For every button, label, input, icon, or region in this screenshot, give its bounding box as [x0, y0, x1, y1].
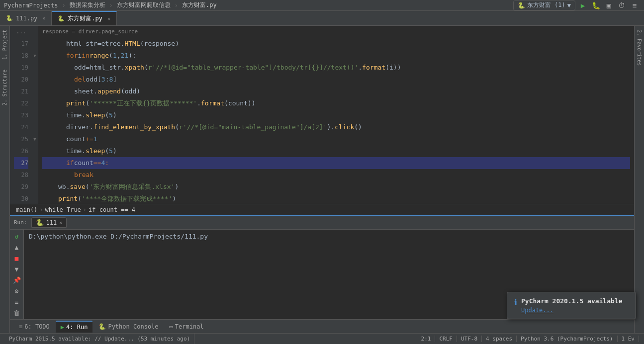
tab-111[interactable]: 🐍 111.py ✕	[0, 11, 52, 25]
status-encoding[interactable]: UTF-8	[457, 336, 482, 342]
code-line-30: print('****全部数据下载完成****')	[42, 193, 630, 204]
ln-29: 29	[14, 181, 28, 193]
title-bar-right: 🐍 东方财富 (1) ▼ ▶ 🐛 ▣ ⏱ ≡	[513, 0, 640, 11]
run-cmd: D:\python\python.exe D:/PycharmProjects/…	[29, 233, 208, 240]
line-numbers: ... 17 18 19 20 21 22 23 24 25 26 27 28 …	[10, 26, 32, 204]
ln-22: 22	[14, 97, 28, 109]
debug-button[interactable]: 🐛	[590, 0, 601, 11]
editor[interactable]: ... 17 18 19 20 21 22 23 24 25 26 27 28 …	[10, 26, 634, 204]
ln-24: 24	[14, 121, 28, 133]
code-line-19: odd = html_str.xpath(r'//*[@id="table_wr…	[42, 62, 630, 74]
breadcrumb-sep1: ›	[39, 206, 43, 213]
ln-25: 25	[14, 133, 28, 145]
tab-todo[interactable]: ≡ 6: TODO	[14, 321, 55, 333]
run-pin-btn[interactable]: 📌	[11, 275, 22, 284]
tab-111-close[interactable]: ✕	[42, 15, 45, 21]
sep3: ›	[175, 2, 178, 9]
sep1: ›	[62, 2, 65, 9]
ln-28: 28	[14, 169, 28, 181]
run-tab-111[interactable]: 🐍 111 ✕	[31, 217, 67, 228]
tab-run[interactable]: ▶ 4: Run	[56, 321, 93, 333]
ln-30: 30	[14, 193, 28, 204]
run-rerun-btn[interactable]: ↺	[11, 232, 22, 241]
toast-info-icon: ℹ	[514, 298, 517, 307]
run-config-icon: 🐍	[518, 2, 525, 9]
toast-notification: ℹ PyCharm 2020.1.5 available Update...	[507, 292, 636, 319]
ln-27: 27	[14, 157, 28, 169]
tab-main-label: 东方财富.py	[68, 14, 102, 23]
status-crlf[interactable]: CRLF	[435, 336, 457, 342]
toast-title: PyCharm 2020.1.5 available	[521, 297, 623, 305]
status-indent-text: 4 spaces	[486, 336, 512, 342]
run-tab-bar: Run: 🐍 111 ✕	[10, 216, 634, 230]
code-line-24: dirver.find_element_by_xpath(r'//*[@id="…	[42, 121, 630, 133]
tab-terminal[interactable]: ▭ Terminal	[165, 321, 209, 333]
tab-todo-icon: ≡	[19, 323, 22, 330]
toast-body: PyCharm 2020.1.5 available Update...	[521, 297, 623, 314]
status-right: 2:1 CRLF UTF-8 4 spaces Python 3.6 (Pych…	[417, 336, 639, 342]
profile-button[interactable]: ⏱	[616, 0, 627, 11]
ln-top: ...	[14, 26, 28, 38]
main-area: 1. Project 2. Structure ... 17 18 19 20 …	[0, 26, 644, 333]
status-position-text: 2:1	[421, 336, 431, 342]
project-panel-label[interactable]: 1. Project	[2, 30, 7, 60]
tab-111-label: 111.py	[16, 15, 37, 22]
tab-terminal-label: Terminal	[175, 323, 204, 330]
code-line-28: break	[42, 169, 630, 181]
status-python[interactable]: Python 3.6 (PycharmProjects)	[517, 336, 617, 342]
tab-python-console-icon: 🐍	[98, 323, 106, 330]
ln-17: 17	[14, 38, 28, 50]
run-button[interactable]: ▶	[577, 0, 588, 11]
status-event[interactable]: 1 Ev	[618, 336, 640, 342]
tab-main-icon: 🐍	[58, 15, 65, 22]
code-container: ... 17 18 19 20 21 22 23 24 25 26 27 28 …	[10, 26, 634, 333]
structure-panel-label[interactable]: 2. Structure	[2, 70, 7, 105]
run-scroll-up-btn[interactable]: ▲	[11, 243, 22, 252]
run-stop-btn[interactable]: ■	[11, 254, 22, 262]
run-scroll-down-btn[interactable]: ▼	[11, 264, 22, 273]
more-button[interactable]: ≡	[629, 0, 640, 11]
tab-main-close[interactable]: ✕	[107, 16, 110, 21]
tab-python-console-label: Python Console	[108, 323, 158, 330]
ln-19: 19	[14, 62, 28, 74]
tab-run-icon: ▶	[61, 324, 64, 331]
code-line-22: print('******正在下载{}页数据******'.format(cou…	[42, 97, 630, 109]
favorites-strip[interactable]: 2. Favorites	[634, 26, 644, 333]
title-bar: PycharmProjects › 数据采集分析 › 东方财富网爬取信息 › 东…	[0, 0, 644, 11]
code-line-17: html_str = etree.HTML(response)	[42, 38, 630, 50]
breadcrumb-main[interactable]: main()	[16, 206, 37, 213]
status-event-text: 1 Ev	[622, 336, 635, 342]
coverage-button[interactable]: ▣	[603, 0, 614, 11]
run-settings-btn[interactable]: ⚙	[11, 286, 22, 295]
breadcrumb-if[interactable]: if count == 4	[89, 206, 135, 213]
toast-update-link[interactable]: Update...	[521, 307, 623, 314]
tab-run-label: 4: Run	[66, 324, 88, 331]
sep2: ›	[109, 2, 113, 9]
status-msg-text: PyCharm 2015.5 available: // Update... (…	[9, 336, 190, 342]
run-tab-name: 111	[46, 219, 57, 226]
menu1-label[interactable]: 数据采集分析	[70, 1, 105, 9]
status-python-text: Python 3.6 (PycharmProjects)	[521, 336, 613, 342]
side-panel-strip[interactable]: 1. Project 2. Structure	[0, 26, 10, 333]
favorites-label[interactable]: 2. Favorites	[637, 30, 642, 66]
code-lines[interactable]: response = dirver.page_source html_str =…	[38, 26, 634, 204]
run-tab-close[interactable]: ✕	[59, 220, 62, 225]
tab-terminal-icon: ▭	[170, 323, 173, 330]
menu2-label[interactable]: 东方财富网爬取信息	[117, 1, 171, 9]
fold-18[interactable]: ▼	[32, 50, 37, 62]
breadcrumb-while[interactable]: while True	[45, 206, 81, 213]
status-msg[interactable]: PyCharm 2015.5 available: // Update... (…	[5, 334, 194, 344]
status-position[interactable]: 2:1	[417, 336, 436, 342]
active-file-label: 东方财富.py	[182, 1, 217, 9]
run-filter-btn[interactable]: ≡	[11, 297, 22, 306]
status-crlf-text: CRLF	[439, 336, 453, 342]
tab-python-console[interactable]: 🐍 Python Console	[93, 321, 163, 333]
tab-main[interactable]: 🐍 东方财富.py ✕	[52, 11, 117, 25]
status-indent[interactable]: 4 spaces	[482, 336, 517, 342]
project-label[interactable]: PycharmProjects	[4, 2, 58, 9]
run-tab-snake-icon: 🐍	[36, 219, 44, 226]
run-config-selector[interactable]: 🐍 东方财富 (1) ▼	[513, 0, 575, 10]
ln-20: 20	[14, 74, 28, 86]
fold-27[interactable]: ▼	[32, 133, 37, 145]
run-trash-btn[interactable]: 🗑	[11, 308, 22, 317]
